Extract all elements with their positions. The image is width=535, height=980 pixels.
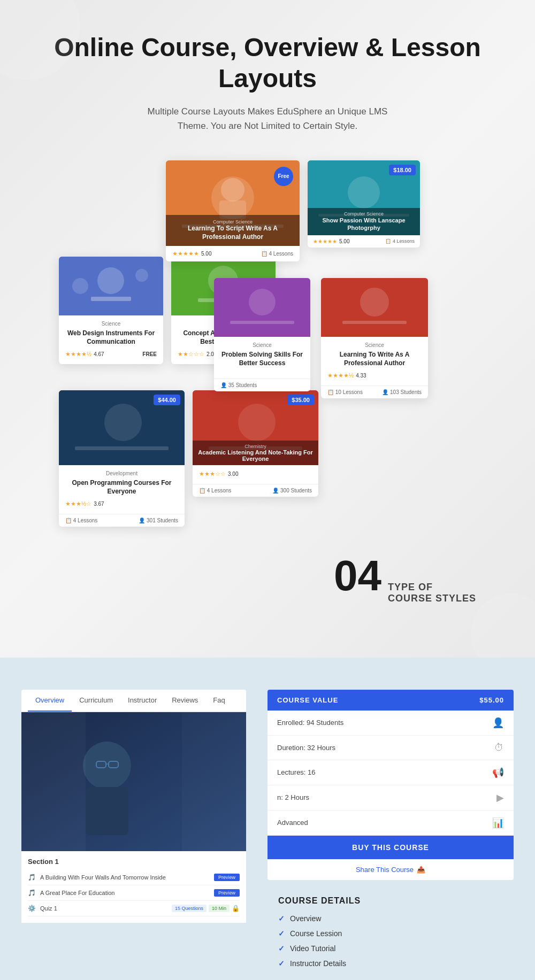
card-8-stars: ★★★☆☆ [199,470,226,477]
lesson-item-quiz: ⚙️ Quiz 1 15 Questions 10 Min 🔒 [28,901,240,916]
svg-point-3 [72,278,88,294]
svg-point-23 [104,404,142,441]
svg-rect-35 [21,712,86,851]
lesson-item-2: 🎵 A Great Place For Education Preview [28,885,240,901]
card-8-image: $35.00 Chemistry Academic Listening And … [193,390,318,465]
card-5-image [214,278,310,337]
preview-button-1[interactable]: Preview [214,874,240,881]
tab-overview[interactable]: Overview [28,690,72,712]
enrolled-icon: 👤 [492,717,504,729]
type-text-line1: TYPE OF [388,582,476,593]
share-icon: 📤 [417,866,425,874]
card-1-rating: 4.67 [94,351,104,357]
audio-icon-1: 🎵 [28,874,36,881]
card-8-category-overlay: Chemistry [198,444,313,449]
course-detail-section: Overview Curriculum Instructor Reviews F… [0,658,535,980]
quiz-title: Quiz 1 [40,905,57,912]
assignment-icon: ▶ [496,792,504,804]
type-number: 04 [334,554,381,597]
preview-button-2[interactable]: Preview [214,889,240,897]
svg-point-4 [135,269,148,282]
card-3-rating: 5.00 [201,251,211,257]
svg-point-17 [249,289,276,315]
tab-reviews[interactable]: Reviews [164,690,205,712]
type-text-line2: COURSE STYLES [388,593,476,604]
card-4-rating: 5.00 [339,238,349,244]
card-3-stars: ★★★★★ [172,250,199,257]
detail-label-1: Overview [290,914,321,923]
svg-point-30 [83,742,131,790]
level-label: Advanced [277,819,308,827]
check-icon-3: ✓ [278,944,285,953]
course-value-label: COURSE VALUE [277,696,338,704]
course-detail-layout: Overview Curriculum Instructor Reviews F… [21,690,514,974]
course-card-6[interactable]: Science Learning To Write As A Professio… [321,278,428,399]
level-icon: 📊 [492,817,504,829]
card-1-title: Web Design Instruments For Communication [65,329,157,347]
quiz-icon: ⚙️ [28,905,36,912]
card-7-rating: 3.67 [94,501,104,507]
card-8-students: 👤 300 Students [272,488,312,493]
card-4-stars: ★★★★★ [313,238,337,244]
svg-point-11 [221,178,244,202]
svg-rect-24 [75,446,169,450]
card-8-title-overlay: Academic Listening And Note-Taking For E… [198,449,313,462]
course-detail-left: Overview Curriculum Instructor Reviews F… [21,690,246,923]
card-4-lessons: 📋 4 Lessons [385,238,415,244]
lesson-1-title: A Building With Four Walls And Tomorrow … [40,874,166,881]
card-4-category-overlay: Computer Science [312,211,416,217]
enrolled-row: Enrolled: 94 Students 👤 [268,711,514,736]
card-8-price-badge: $35.00 [287,395,314,405]
duration-row: Duretion: 32 Hours ⏱ [268,736,514,760]
share-label: Share This Course [356,866,414,874]
card-3-price-badge: Free [274,167,293,186]
hero-subtitle: Multiple Course Layouts Makes EduSphere … [134,104,401,133]
lectures-icon: 📢 [492,767,504,778]
course-card-1[interactable]: Science Web Design Instruments For Commu… [59,257,163,365]
tab-instructor[interactable]: Instructor [120,690,164,712]
card-1-image [59,257,163,315]
cards-showcase: Science Web Design Instruments For Commu… [59,160,476,615]
tab-curriculum[interactable]: Curriculum [72,690,120,712]
card-3-image: Free Computer Science Learning To Script… [166,160,300,246]
hero-title: Online Course, Overview & Lesson Layouts [21,32,514,94]
card-6-title: Learning To Write As A Professional Auth… [327,350,422,368]
card-7-stars: ★★★½☆ [65,500,91,507]
card-8-rating: 3.00 [228,471,238,477]
duration-label: Duretion: 32 Hours [277,744,335,752]
detail-item-video: ✓ Video Tutorial [278,944,514,953]
card-3-category-overlay: Computer Science [171,219,294,225]
buy-button[interactable]: BUY THIS COURSE [268,836,514,859]
course-card-5[interactable]: Science Problem Solving Skills For Bette… [214,278,310,392]
course-detail-right: COURSE VALUE $55.00 Enrolled: 94 Student… [268,690,514,974]
course-card-7[interactable]: $44.00 Development Open Programming Cour… [59,390,185,527]
svg-point-26 [238,404,276,441]
course-value-bar: COURSE VALUE $55.00 [268,690,514,711]
course-hero-image [21,712,246,851]
course-tabs: Overview Curriculum Instructor Reviews F… [21,690,246,712]
curriculum-section: Section 1 🎵 A Building With Four Walls A… [21,851,246,923]
course-info-box: Enrolled: 94 Students 👤 Duretion: 32 Hou… [268,711,514,880]
hero-section: Online Course, Overview & Lesson Layouts… [0,0,535,658]
duration-icon: ⏱ [494,742,504,753]
course-card-3[interactable]: Free Computer Science Learning To Script… [166,160,300,261]
lectures-row: Lectures: 16 📢 [268,760,514,785]
course-card-8[interactable]: $35.00 Chemistry Academic Listening And … [193,390,318,497]
lesson-item-1: 🎵 A Building With Four Walls And Tomorro… [28,870,240,885]
card-6-category: Science [327,342,422,348]
check-icon-4: ✓ [278,959,285,968]
lesson-2-title: A Great Place For Education [40,890,114,896]
tab-faq[interactable]: Faq [205,690,232,712]
check-icon-2: ✓ [278,929,285,938]
level-row: Advanced 📊 [268,811,514,836]
detail-item-lession: ✓ Course Lession [278,929,514,938]
card-3-title-overlay: Learning To Script Write As A Profession… [171,225,294,241]
course-card-4[interactable]: $18.00 Computer Science Show Passion Wit… [308,160,420,248]
share-row[interactable]: Share This Course 📤 [268,859,514,880]
detail-item-overview: ✓ Overview [278,914,514,923]
svg-point-14 [348,176,380,209]
enrolled-label: Enrolled: 94 Students [277,719,343,727]
svg-point-20 [360,288,389,317]
course-price: $55.00 [479,696,504,704]
card-1-stars: ★★★★½ [65,351,91,358]
